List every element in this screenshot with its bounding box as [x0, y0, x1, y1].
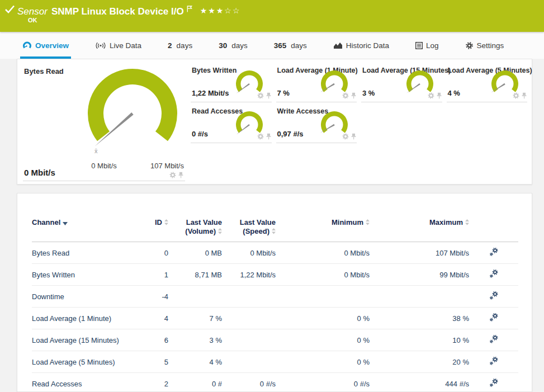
channel-settings-icon[interactable]	[489, 250, 499, 258]
cell-channel: Load Average (15 Minutes)	[32, 329, 134, 351]
gauge-value: 4 %	[448, 89, 460, 97]
tab-settings[interactable]: Settings	[465, 32, 504, 59]
gauge-gear-icon[interactable]	[342, 92, 349, 99]
column-header-channel[interactable]: Channel	[32, 218, 134, 242]
column-header-last_speed[interactable]: Last Value(Speed)	[222, 218, 276, 242]
cell-last_speed	[222, 308, 276, 329]
column-label: Last Value	[240, 218, 276, 226]
column-label: Last Value	[186, 218, 222, 226]
cell-min	[276, 286, 370, 308]
column-header-id[interactable]: ID	[134, 218, 168, 242]
tab-bar: OverviewLive Data2days30days365daysHisto…	[0, 32, 544, 59]
tab-number: 365	[274, 41, 287, 50]
tab-overview[interactable]: Overview	[22, 32, 69, 59]
cell-last_volume: 8,71 MB	[168, 264, 222, 286]
gauge-value: 0 #/s	[192, 130, 208, 138]
tab-label: Log	[426, 41, 439, 50]
cell-id: 6	[134, 329, 168, 351]
channel-settings-cell	[469, 351, 518, 373]
column-label: Maximum	[429, 218, 463, 226]
channel-settings-icon[interactable]	[489, 381, 499, 389]
cell-last_volume: 4 %	[168, 351, 222, 373]
column-label-line2: (Volume)	[185, 227, 216, 235]
gauge-block-load-average-1-minute: Load Average (1 Minute)7 %	[276, 63, 357, 102]
cell-last_volume: 7 %	[168, 308, 222, 329]
tab-2-days[interactable]: 2days	[168, 32, 192, 59]
cell-max: 107 Mbit/s	[370, 242, 469, 264]
cell-channel: Load Average (1 Minute)	[32, 308, 134, 329]
gauge-gear-icon[interactable]	[428, 92, 434, 99]
primary-gauge-block: Bytes Read x̄ 0 Mbit/s 107 Mbit/s 0 Mbit…	[23, 63, 185, 181]
table-row: Bytes Written18,71 MB1,22 Mbit/s0 Mbit/s…	[32, 264, 518, 286]
gauge-pin-icon[interactable]	[351, 133, 357, 140]
status-badge: OK	[28, 17, 37, 23]
gauge-gear-icon[interactable]	[257, 133, 264, 140]
column-header-last_volume[interactable]: Last Value(Volume)	[168, 218, 222, 242]
gauge-pin-icon[interactable]	[266, 133, 272, 140]
cell-last_speed	[222, 351, 276, 373]
cell-channel: Read Accesses	[32, 373, 134, 392]
gauge-value: 3 %	[362, 89, 375, 97]
cell-min: 0 Mbit/s	[276, 242, 370, 264]
gauge-value: 7 %	[277, 89, 290, 97]
sensor-title: SNMP Linux Block Device I/O	[51, 6, 184, 17]
channel-settings-cell	[469, 286, 518, 308]
gauge-value: 0,97 #/s	[277, 130, 304, 138]
channel-settings-icon[interactable]	[489, 359, 499, 367]
gear-icon	[465, 41, 474, 50]
column-header-max[interactable]: Maximum	[370, 218, 469, 242]
gauge-block-load-average-5-minutes: Load Average (5 Minutes)4 %	[447, 63, 528, 102]
channel-settings-icon[interactable]	[489, 294, 499, 302]
gauge-pin-icon[interactable]	[436, 92, 442, 99]
column-label: ID	[155, 218, 162, 226]
gauge-pin-icon[interactable]	[266, 92, 272, 99]
average-marker: x̄	[94, 148, 98, 154]
sort-icon	[272, 228, 276, 237]
tab-log[interactable]: Log	[415, 32, 439, 59]
sort-icon	[164, 219, 168, 227]
cell-channel: Bytes Written	[32, 264, 134, 286]
tab-30-days[interactable]: 30days	[219, 32, 248, 59]
channel-table: ChannelIDLast Value(Volume)Last Value(Sp…	[32, 218, 518, 392]
gauge-pin-icon[interactable]	[351, 92, 357, 99]
priority-stars[interactable]: ★★★☆☆	[200, 6, 241, 15]
channel-settings-icon[interactable]	[489, 272, 499, 280]
channel-settings-icon[interactable]	[489, 315, 499, 324]
tab-live-data[interactable]: Live Data	[95, 32, 141, 59]
tab-number: 2	[168, 41, 172, 50]
gauge-gear-icon[interactable]	[169, 172, 176, 178]
gauge-gear-icon[interactable]	[513, 92, 519, 99]
channel-settings-icon[interactable]	[489, 337, 499, 346]
ok-check-icon	[5, 5, 15, 16]
cell-channel: Load Average (5 Minutes)	[32, 351, 134, 373]
gauge-gear-icon[interactable]	[342, 133, 349, 140]
gauge-pin-icon[interactable]	[521, 92, 527, 99]
gauge-value: 1,22 Mbit/s	[192, 89, 229, 97]
cell-last_volume: 0 #	[168, 373, 222, 392]
cell-id: -4	[134, 286, 168, 308]
chart-icon	[333, 42, 343, 49]
sort-icon	[218, 228, 222, 237]
tab-365-days[interactable]: 365days	[274, 32, 307, 59]
tab-label: Settings	[477, 41, 504, 50]
tab-label: days	[291, 41, 307, 50]
table-row: Bytes Read00 MB0 Mbit/s0 Mbit/s107 Mbit/…	[32, 242, 518, 264]
cell-channel: Downtime	[32, 286, 134, 308]
gauge-pin-icon[interactable]	[178, 172, 184, 178]
primary-gauge-title: Bytes Read	[24, 67, 64, 75]
tab-label: days	[177, 41, 193, 50]
tab-label: Historic Data	[346, 41, 389, 50]
gauge-gear-icon[interactable]	[257, 92, 264, 99]
tab-label: days	[231, 41, 248, 50]
cell-id: 2	[134, 373, 168, 392]
broadcast-icon	[95, 42, 106, 49]
cell-id: 0	[134, 242, 168, 264]
cell-min: 0 Mbit/s	[276, 264, 370, 286]
tab-historic-data[interactable]: Historic Data	[333, 32, 389, 59]
column-header-min[interactable]: Minimum	[276, 218, 370, 242]
tab-label: Overview	[35, 41, 69, 50]
channel-settings-cell	[469, 264, 518, 286]
primary-gauge[interactable]	[77, 65, 188, 162]
cell-max: 444 #/s	[370, 373, 469, 392]
flag-icon[interactable]	[187, 4, 192, 15]
